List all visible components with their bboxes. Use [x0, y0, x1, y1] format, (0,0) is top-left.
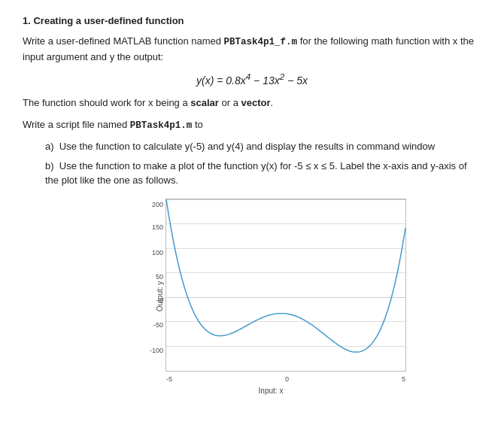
- y-ticks: 200 150 100 50 0 -50 -100: [139, 199, 165, 371]
- y-tick-neg100: -100: [150, 347, 163, 354]
- intro-paragraph: Write a user-defined MATLAB function nam…: [23, 34, 481, 64]
- list-b-text: Use the function to make a plot of the f…: [45, 160, 467, 187]
- x-ticks: -5 0 5: [166, 375, 405, 383]
- y-tick-100: 100: [152, 249, 163, 256]
- chart-container: Output: y 200 150 100 50 0 -50 -100: [113, 199, 391, 396]
- y-tick-150: 150: [152, 223, 163, 231]
- x-tick-0: 0: [285, 375, 289, 383]
- list-a-prefix: a): [45, 141, 54, 152]
- script-to-text: to: [192, 119, 202, 130]
- or-text: or a: [219, 97, 241, 108]
- x-axis-label: Input: x: [135, 387, 406, 395]
- grid-bottom: [166, 371, 405, 372]
- list-b-prefix: b): [45, 160, 54, 171]
- y-tick-50: 50: [156, 273, 163, 281]
- x-tick-neg5: -5: [166, 375, 172, 383]
- list-a-text: Use the function to calculate y(-5) and …: [59, 141, 435, 152]
- y-tick-0: 0: [159, 297, 163, 305]
- script-intro-paragraph: Write a script file named PBTask4p1.m to: [23, 117, 481, 133]
- list-item-a: a) Use the function to calculate y(-5) a…: [45, 139, 481, 154]
- y-tick-neg50: -50: [153, 321, 163, 329]
- list-item-b: b) Use the function to make a plot of th…: [45, 159, 481, 188]
- chart-plot-area: 200 150 100 50 0 -50 -100: [165, 199, 406, 372]
- scalar-text: scalar: [190, 97, 219, 108]
- math-formula: y(x) = 0.8x4 − 13x2 − 5x: [23, 71, 481, 86]
- y-tick-200: 200: [152, 201, 163, 208]
- section-title: 1. Creating a user-defined function: [23, 15, 481, 26]
- scalar-vector-paragraph: The function should work for x being a s…: [23, 96, 481, 111]
- vector-text: vector: [241, 97, 271, 108]
- intro-text-1: Write a user-defined MATLAB function nam…: [23, 35, 224, 47]
- period: .: [271, 97, 274, 108]
- script-intro-text: Write a script file named: [23, 119, 130, 130]
- chart-svg: [166, 199, 405, 371]
- x-tick-5: 5: [402, 375, 405, 383]
- function-name: PBTask4p1_f.m: [224, 37, 298, 47]
- chart-curve: [166, 199, 405, 352]
- scalar-vector-text1: The function should work for x being a: [23, 97, 190, 108]
- script-name: PBTask4p1.m: [130, 120, 193, 131]
